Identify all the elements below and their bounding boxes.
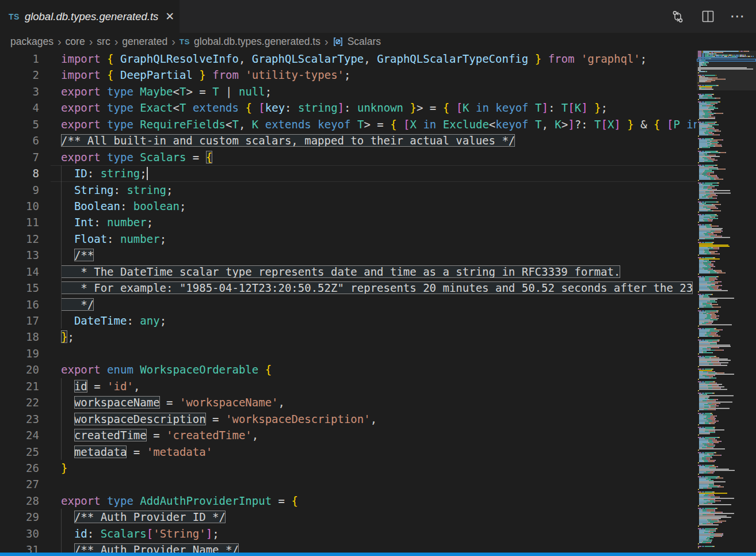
code-line[interactable]: 7export type Scalars = { (0, 149, 697, 165)
indent-guide (61, 231, 62, 247)
compare-changes-icon[interactable] (671, 10, 685, 24)
typescript-file-icon: TS (180, 37, 190, 46)
status-bar (0, 553, 756, 556)
vscode-window: TS global.db.types.generated.ts ✕ (0, 0, 756, 556)
code-line[interactable]: 26} (0, 460, 697, 476)
breadcrumb: packages›core›src›generated›TSglobal.db.… (0, 33, 756, 51)
indent-guide (61, 525, 62, 542)
tab-global-db-types[interactable]: TS global.db.types.generated.ts ✕ (0, 0, 180, 33)
breadcrumb-separator: › (114, 36, 119, 47)
code-line[interactable]: 29 /** Auth Provider ID */ (0, 509, 697, 525)
code-line[interactable]: 17 DateTime: any; (0, 313, 697, 329)
line-number: 4 (0, 100, 39, 116)
breadcrumb-item-src[interactable]: src (97, 36, 110, 48)
line-number: 22 (0, 394, 39, 410)
line-number: 6 (0, 132, 39, 148)
line-number: 12 (0, 231, 39, 247)
line-number: 21 (0, 378, 39, 394)
tab-bar: TS global.db.types.generated.ts ✕ (0, 0, 756, 33)
indent-guide (61, 411, 62, 427)
indent-guide (61, 394, 62, 410)
indent-guide (61, 214, 62, 230)
breadcrumb-item-generated[interactable]: generated (122, 36, 167, 48)
line-number: 10 (0, 198, 39, 214)
code-line[interactable]: 18}; (0, 329, 697, 345)
line-number: 28 (0, 493, 39, 509)
breadcrumb-item-file[interactable]: global.db.types.generated.ts (194, 36, 320, 48)
line-number: 17 (0, 313, 39, 329)
line-number: 13 (0, 247, 39, 263)
breadcrumb-separator: › (89, 36, 93, 47)
breadcrumb-item-packages[interactable]: packages (10, 36, 54, 48)
code-line[interactable]: 21 id = 'id', (0, 378, 697, 394)
code-line[interactable]: 22 workspaceName = 'workspaceName', (0, 394, 697, 410)
indent-guide (61, 296, 62, 313)
code-line[interactable]: 16 */ (0, 296, 697, 313)
code-line[interactable]: 15 * For example: "1985-04-12T23:20:50.5… (0, 280, 697, 296)
line-number: 16 (0, 296, 39, 313)
line-number: 3 (0, 83, 39, 100)
line-number: 29 (0, 509, 39, 525)
code-line[interactable]: 9 String: string; (0, 182, 697, 198)
code-line[interactable]: 23 workspaceDescription = 'workspaceDesc… (0, 411, 697, 427)
line-number: 15 (0, 280, 39, 296)
breadcrumb-separator: › (171, 36, 175, 47)
minimap[interactable] (697, 51, 756, 553)
line-number: 14 (0, 264, 39, 280)
indent-guide (61, 542, 62, 553)
indent-guide (61, 378, 62, 394)
line-number: 24 (0, 427, 39, 443)
code-line[interactable]: 10 Boolean: boolean; (0, 198, 697, 214)
line-number: 20 (0, 361, 39, 378)
line-number: 1 (0, 51, 39, 67)
code-line[interactable]: 28export type AddAuthProviderInput = { (0, 493, 697, 509)
indent-guide (61, 264, 62, 280)
code-line[interactable]: 24 createdTime = 'createdTime', (0, 427, 697, 443)
line-number: 26 (0, 460, 39, 476)
code-editor[interactable]: 1import { GraphQLResolveInfo, GraphQLSca… (0, 51, 697, 553)
indent-guide (61, 165, 62, 181)
code-line[interactable]: 11 Int: number; (0, 214, 697, 230)
code-line[interactable]: 19 (0, 345, 697, 361)
code-line[interactable]: 31 /** Auth Provider Name */ (0, 542, 697, 553)
split-editor-icon[interactable] (701, 10, 715, 24)
line-number: 19 (0, 345, 39, 361)
more-actions-icon[interactable]: ⋯ (731, 10, 744, 24)
indent-guide (61, 313, 62, 329)
indent-guide (61, 427, 62, 443)
breadcrumb-item-core[interactable]: core (66, 36, 85, 48)
symbol-type-icon (333, 36, 343, 47)
indent-guide (61, 182, 62, 198)
code-line[interactable]: 5export type RequireFields<T, K extends … (0, 116, 697, 132)
code-line[interactable]: 13 /** (0, 247, 697, 263)
breadcrumb-separator: › (58, 36, 62, 47)
line-number: 8 (0, 165, 39, 181)
code-line[interactable]: 27 (0, 476, 697, 492)
editor-actions: ⋯ (671, 0, 756, 33)
code-line[interactable]: 3export type Maybe<T> = T | null; (0, 83, 697, 100)
code-line[interactable]: 1import { GraphQLResolveInfo, GraphQLSca… (0, 51, 697, 67)
indent-guide (61, 509, 62, 525)
code-line[interactable]: 4export type Exact<T extends { [key: str… (0, 100, 697, 116)
code-line[interactable]: 20export enum WorkspaceOrderable { (0, 361, 697, 378)
indent-guide (61, 198, 62, 214)
breadcrumb-item-symbol[interactable]: Scalars (348, 36, 381, 48)
code-line[interactable]: 2import { DeepPartial } from 'utility-ty… (0, 67, 697, 83)
indent-guide (61, 247, 62, 263)
line-number: 7 (0, 149, 39, 165)
code-line[interactable]: 14 * The DateTime scalar type represents… (0, 264, 697, 280)
tab-label: global.db.types.generated.ts (25, 10, 158, 23)
code-line[interactable]: 30 id: Scalars['String']; (0, 525, 697, 542)
line-number: 23 (0, 411, 39, 427)
close-tab-icon[interactable]: ✕ (163, 9, 176, 24)
indent-guide (61, 280, 62, 296)
breadcrumb-separator: › (324, 36, 329, 47)
line-number: 5 (0, 116, 39, 132)
text-cursor (147, 167, 148, 180)
code-line[interactable]: 12 Float: number; (0, 231, 697, 247)
code-line[interactable]: 8 ID: string; (0, 165, 697, 181)
code-line[interactable]: 25 metadata = 'metadata' (0, 444, 697, 460)
line-number: 27 (0, 476, 39, 492)
line-number: 18 (0, 329, 39, 345)
code-line[interactable]: 6/** All built-in and custom scalars, ma… (0, 132, 697, 148)
